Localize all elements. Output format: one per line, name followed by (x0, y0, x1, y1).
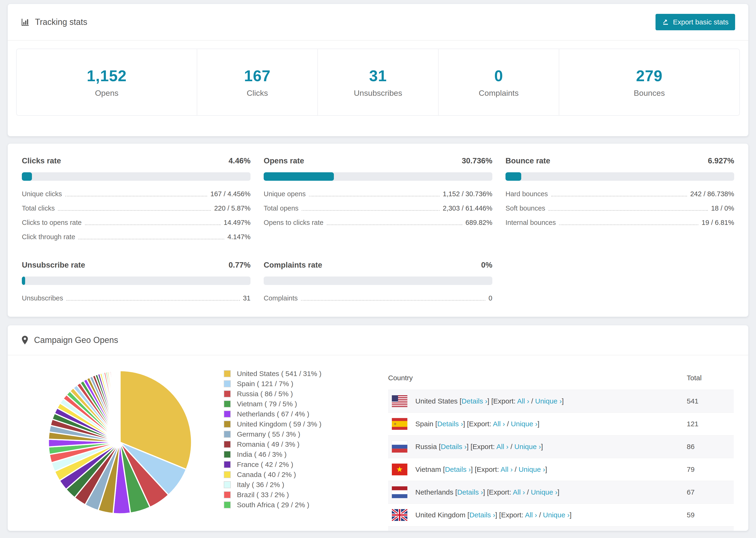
rate-detail-label: Unique clicks (22, 190, 62, 198)
legend-label: United States ( 541 / 31% ) (237, 370, 321, 378)
legend-label: South Africa ( 29 / 2% ) (237, 501, 309, 509)
geo-header: Campaign Geo Opens (8, 325, 748, 355)
country-cell: Russia [Details ›] [Export: All › / Uniq… (388, 441, 687, 453)
stat-label: Complaints (479, 88, 519, 98)
rate-detail-value: 4.147% (228, 233, 250, 241)
details-link[interactable]: Details › (441, 443, 466, 451)
rate-title: Opens rate (264, 156, 304, 165)
legend-swatch (224, 370, 231, 377)
page-title: Tracking stats (35, 17, 87, 27)
country-cell: Vietnam [Details ›] [Export: All › / Uni… (388, 463, 687, 475)
dotted-leader (79, 239, 224, 240)
export-unique-link[interactable]: Unique › (535, 397, 562, 405)
geo-table-row-partial (388, 526, 734, 531)
stat-box-unsubscribes: 31Unsubscribes (317, 49, 438, 115)
details-link[interactable]: Details › (469, 511, 495, 519)
rate-detail-label: Unsubscribes (22, 295, 63, 302)
legend-item: France ( 42 / 2% ) (224, 459, 369, 469)
page: Tracking stats Export basic stats 1,152O… (0, 0, 756, 531)
stat-box-opens: 1,152Opens (17, 49, 197, 115)
dotted-leader (309, 196, 440, 196)
export-unique-link[interactable]: Unique › (514, 443, 541, 451)
rate-detail-row: Total clicks220 / 5.87% (22, 204, 250, 212)
rate-detail-row: Opens to clicks rate689.82% (264, 219, 492, 227)
flag-vn-icon (392, 463, 407, 475)
stat-label: Unsubscribes (354, 88, 402, 98)
country-total: 86 (687, 443, 694, 451)
tracking-stats-card: Tracking stats Export basic stats 1,152O… (8, 4, 748, 136)
rate-detail-row: Unique clicks167 / 4.456% (22, 190, 250, 198)
geo-table-row: United States [Details ›] [Export: All ›… (388, 390, 734, 412)
bar-chart-icon (21, 18, 30, 27)
rate-detail-rows: Unsubscribes31 (22, 295, 250, 302)
stats-summary-row: 1,152Opens167Clicks31Unsubscribes0Compla… (16, 49, 740, 116)
country-total: 79 (687, 465, 694, 473)
rate-detail-rows: Complaints0 (264, 295, 492, 302)
rate-head: Bounce rate6.927% (506, 156, 734, 165)
rate-detail-value: 242 / 86.738% (690, 190, 734, 198)
rate-detail-value: 31 (243, 295, 250, 302)
rate-title: Bounce rate (506, 156, 550, 165)
rate-detail-label: Internal bounces (506, 219, 556, 227)
export-all-link[interactable]: All › (513, 488, 525, 496)
export-all-link[interactable]: All › (493, 420, 505, 428)
stat-box-bounces: 279Bounces (559, 49, 739, 115)
stat-box-clicks: 167Clicks (197, 49, 317, 115)
stat-box-complaints: 0Complaints (438, 49, 559, 115)
country-cell: United States [Details ›] [Export: All ›… (388, 395, 687, 407)
stat-value: 31 (369, 67, 387, 85)
legend-item: Russia ( 86 / 5% ) (224, 389, 369, 399)
legend-swatch (224, 431, 231, 438)
details-link[interactable]: Details › (437, 420, 463, 428)
legend-item: Vietnam ( 79 / 5% ) (224, 399, 369, 409)
legend-item: Spain ( 121 / 7% ) (224, 379, 369, 389)
flag-nl-icon (392, 486, 407, 498)
export-basic-stats-button[interactable]: Export basic stats (656, 14, 735, 30)
rate-detail-row: Soft bounces18 / 0% (506, 204, 734, 212)
export-unique-link[interactable]: Unique › (531, 488, 557, 496)
geo-title: Campaign Geo Opens (34, 335, 118, 345)
rate-detail-row: Click through rate4.147% (22, 233, 250, 241)
legend-item: Germany ( 55 / 3% ) (224, 429, 369, 439)
details-link[interactable]: Details › (461, 397, 487, 405)
country-total: 541 (687, 397, 698, 405)
rate-detail-value: 18 / 0% (711, 204, 734, 212)
rate-head: Opens rate30.736% (264, 156, 492, 165)
country-text: Netherlands [Details ›] [Export: All › /… (415, 488, 560, 496)
rate-detail-value: 220 / 5.87% (214, 204, 250, 212)
pie-slice-other[interactable] (120, 371, 120, 442)
legend-swatch (224, 421, 231, 428)
export-all-link[interactable]: All › (501, 465, 513, 473)
rate-title: Complaints rate (264, 260, 322, 269)
legend-item: United Kingdom ( 59 / 3% ) (224, 419, 369, 429)
progress-bar-fill (22, 172, 32, 181)
export-all-link[interactable]: All › (496, 443, 509, 451)
rates-card: Clicks rate4.46%Unique clicks167 / 4.456… (8, 143, 748, 317)
stat-label: Bounces (634, 88, 665, 98)
legend-swatch (224, 380, 231, 387)
details-link[interactable]: Details › (445, 465, 471, 473)
country-total: 67 (687, 488, 694, 496)
legend-label: Brazil ( 33 / 2% ) (237, 491, 289, 499)
progress-bar-track (22, 277, 250, 285)
rate-detail-row: Hard bounces242 / 86.738% (506, 190, 734, 198)
export-unique-link[interactable]: Unique › (519, 465, 545, 473)
country-text: Spain [Details ›] [Export: All › / Uniqu… (415, 420, 540, 428)
rate-detail-value: 14.497% (224, 219, 251, 227)
details-link[interactable]: Details › (457, 488, 483, 496)
dotted-leader (58, 210, 211, 211)
geo-title-row: Campaign Geo Opens (21, 335, 118, 345)
export-unique-link[interactable]: Unique › (543, 511, 569, 519)
export-unique-link[interactable]: Unique › (511, 420, 537, 428)
rate-block-complaints-rate: Complaints rate0%Complaints0 (264, 260, 492, 302)
export-all-link[interactable]: All › (525, 511, 537, 519)
export-all-link[interactable]: All › (517, 397, 529, 405)
legend-item: Romania ( 49 / 3% ) (224, 439, 369, 449)
legend-item: Brazil ( 33 / 2% ) (224, 490, 369, 500)
rate-head: Unsubscribe rate0.77% (22, 260, 250, 269)
rate-detail-value: 2,303 / 61.446% (443, 204, 492, 212)
campaign-geo-opens-card: Campaign Geo Opens United States ( 541 /… (8, 325, 748, 531)
stat-label: Clicks (247, 88, 268, 98)
geo-pie-chart[interactable] (22, 366, 193, 531)
legend-label: Spain ( 121 / 7% ) (237, 380, 293, 388)
